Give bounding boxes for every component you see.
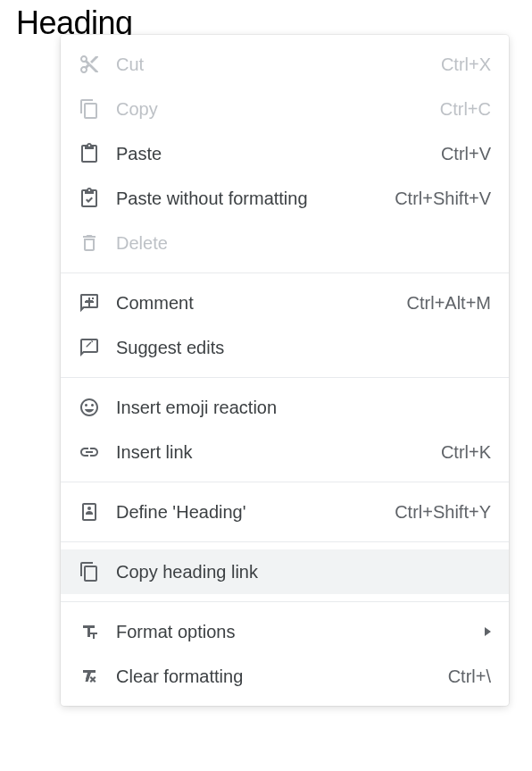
svg-rect-1	[86, 300, 93, 302]
menu-item-format-options[interactable]: Format options	[61, 609, 509, 654]
menu-item-copy[interactable]: Copy Ctrl+C	[61, 87, 509, 131]
menu-item-suggest-edits[interactable]: Suggest edits	[61, 325, 509, 370]
menu-item-label: Clear formatting	[116, 666, 448, 687]
menu-item-label: Insert emoji reaction	[116, 398, 491, 418]
context-menu: Cut Ctrl+X Copy Ctrl+C Paste Ctrl+V Past…	[61, 35, 509, 706]
menu-item-clear-formatting[interactable]: Clear formatting Ctrl+\	[61, 654, 509, 699]
menu-divider	[61, 541, 509, 542]
menu-item-define[interactable]: Define 'Heading' Ctrl+Shift+Y	[61, 490, 509, 534]
paste-icon	[79, 143, 100, 164]
menu-item-insert-emoji[interactable]: Insert emoji reaction	[61, 385, 509, 430]
menu-item-shortcut: Ctrl+Shift+Y	[395, 502, 491, 523]
menu-divider	[61, 377, 509, 378]
menu-item-shortcut: Ctrl+V	[441, 144, 491, 164]
menu-item-delete[interactable]: Delete	[61, 221, 509, 265]
menu-item-label: Delete	[116, 233, 491, 254]
menu-item-shortcut: Ctrl+Alt+M	[407, 293, 491, 314]
menu-item-label: Format options	[116, 622, 478, 642]
link-icon	[79, 441, 100, 463]
copy-icon	[79, 98, 100, 120]
menu-item-shortcut: Ctrl+K	[441, 442, 491, 463]
delete-icon	[79, 232, 100, 254]
menu-item-label: Copy heading link	[116, 562, 491, 582]
svg-point-2	[87, 507, 91, 510]
menu-item-shortcut: Ctrl+Shift+V	[395, 189, 491, 209]
copy-link-icon	[79, 561, 100, 582]
menu-item-shortcut: Ctrl+X	[441, 54, 491, 75]
menu-item-comment[interactable]: Comment Ctrl+Alt+M	[61, 281, 509, 325]
menu-item-shortcut: Ctrl+\	[448, 666, 491, 687]
menu-item-label: Cut	[116, 54, 441, 75]
menu-item-insert-link[interactable]: Insert link Ctrl+K	[61, 430, 509, 474]
menu-item-paste-no-format[interactable]: Paste without formatting Ctrl+Shift+V	[61, 176, 509, 221]
menu-item-label: Comment	[116, 293, 407, 314]
menu-item-label: Paste	[116, 144, 441, 164]
menu-divider	[61, 482, 509, 482]
menu-divider	[61, 601, 509, 602]
menu-item-cut[interactable]: Cut Ctrl+X	[61, 42, 509, 87]
menu-item-label: Insert link	[116, 442, 441, 463]
submenu-arrow-icon	[485, 627, 491, 636]
menu-item-label: Suggest edits	[116, 338, 491, 358]
comment-icon	[79, 292, 100, 314]
menu-item-label: Copy	[116, 99, 440, 120]
menu-item-label: Paste without formatting	[116, 189, 395, 209]
menu-item-shortcut: Ctrl+C	[440, 99, 491, 120]
cut-icon	[79, 54, 100, 75]
menu-item-copy-heading-link[interactable]: Copy heading link	[61, 549, 509, 594]
menu-item-label: Define 'Heading'	[116, 502, 395, 523]
menu-item-paste[interactable]: Paste Ctrl+V	[61, 131, 509, 176]
format-icon	[79, 621, 100, 642]
suggest-edits-icon	[79, 337, 100, 358]
emoji-icon	[79, 397, 100, 418]
paste-no-format-icon	[79, 188, 100, 209]
menu-divider	[61, 272, 509, 273]
define-icon	[79, 501, 100, 523]
clear-format-icon	[79, 666, 100, 687]
